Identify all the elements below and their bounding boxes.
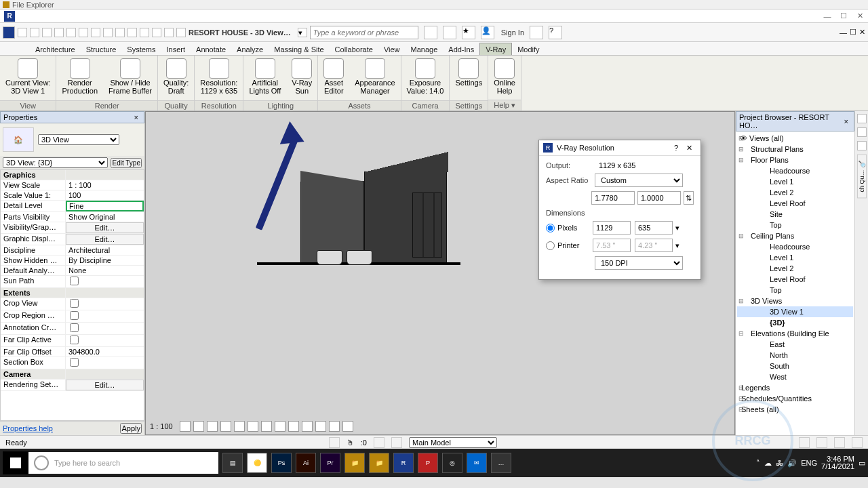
prop-row[interactable]: Show Hidden …By Discipline: [1, 256, 144, 266]
project-browser-close-icon[interactable]: ×: [842, 117, 851, 125]
tab-add-ins[interactable]: Add-Ins: [443, 43, 479, 55]
sign-in-link[interactable]: Sign In: [501, 28, 524, 37]
tree-node[interactable]: Legends: [737, 382, 853, 393]
prop-row[interactable]: Rendering Set…Edit…: [1, 380, 144, 391]
folder2-icon[interactable]: 📁: [369, 453, 389, 473]
comm-center-icon[interactable]: [424, 26, 437, 39]
tab-annotate[interactable]: Annotate: [191, 43, 231, 55]
tree-node[interactable]: Level 2: [737, 187, 853, 198]
photoshop-icon[interactable]: Ps: [271, 453, 292, 473]
doc-dropdown-icon[interactable]: ▾: [298, 28, 307, 37]
prop-row[interactable]: Visibility/Grap…Edit…: [1, 222, 144, 234]
navwheel-icon[interactable]: [342, 421, 353, 432]
qat-open-icon[interactable]: [18, 28, 27, 37]
status-link-icon[interactable]: [834, 437, 845, 448]
tree-root-views[interactable]: 👁 Views (all): [737, 133, 853, 144]
illustrator-icon[interactable]: Ai: [296, 453, 316, 473]
prop-row[interactable]: Crop View: [1, 298, 144, 310]
analytical-icon[interactable]: [315, 421, 326, 432]
prop-row[interactable]: Crop Region …: [1, 310, 144, 323]
status-drag-icon[interactable]: [816, 437, 827, 448]
prop-row[interactable]: DisciplineArchitectural: [1, 245, 144, 256]
tree-node[interactable]: Top: [737, 285, 853, 296]
qat-close-icon[interactable]: [164, 28, 174, 37]
qat-dim-icon[interactable]: [91, 28, 100, 37]
prop-row[interactable]: Default Analy…None: [1, 266, 144, 276]
detaillevel-icon[interactable]: [180, 421, 191, 432]
revit-logo-icon[interactable]: [3, 26, 15, 39]
properties-close-icon[interactable]: ×: [132, 113, 141, 121]
qat-save-icon[interactable]: [30, 28, 39, 37]
favorite-icon[interactable]: ★: [462, 26, 475, 39]
ribbon-restore-icon[interactable]: ☐: [850, 28, 856, 37]
keyword-search-input[interactable]: [310, 26, 418, 39]
qat-3d-icon[interactable]: [127, 28, 137, 37]
prop-row[interactable]: Parts VisibilityShow Original: [1, 212, 144, 222]
ribbon-tool-quality-draft[interactable]: Quality:Draft: [158, 56, 194, 100]
ribbon-tool-artificiallights-off[interactable]: ArtificialLights Off: [243, 56, 286, 100]
ribbon-close-icon[interactable]: ✕: [859, 28, 865, 37]
qat-redo-icon[interactable]: [54, 28, 64, 37]
minimize-icon[interactable]: —: [819, 11, 835, 22]
pixels-width-input[interactable]: [593, 221, 631, 235]
aspect-a-input[interactable]: [591, 191, 635, 205]
taskbar-search[interactable]: Type here to search: [28, 452, 218, 474]
tab-collaborate[interactable]: Collaborate: [330, 43, 378, 55]
prop-row[interactable]: View Scale1 : 100: [1, 180, 144, 190]
ribbon-tool-show-hideframe-buffer[interactable]: Show / HideFrame Buffer: [103, 56, 157, 100]
tree-node[interactable]: Structural Plans: [737, 144, 853, 155]
status-filter-icon[interactable]: [799, 437, 810, 448]
tab-massing-site[interactable]: Massing & Site: [269, 43, 329, 55]
aspect-ratio-dropdown[interactable]: Custom: [595, 174, 683, 187]
more-icon[interactable]: …: [491, 453, 511, 473]
status-edit-icon[interactable]: [391, 437, 402, 448]
ribbon-tool-v-raysun[interactable]: V-RaySun: [286, 56, 317, 100]
pixels-height-input[interactable]: [635, 221, 673, 235]
visualstyle-icon[interactable]: [193, 421, 204, 432]
tab-v-ray[interactable]: V-Ray: [479, 43, 512, 55]
revit-icon[interactable]: R: [393, 453, 414, 473]
tree-node[interactable]: {3D}: [737, 317, 853, 328]
highlight-icon[interactable]: [329, 421, 340, 432]
tray-net-icon[interactable]: 🖧: [776, 459, 783, 467]
ribbon-tool-current-view-d-view-[interactable]: Current View:3D View 1: [0, 56, 56, 100]
premiere-icon[interactable]: Pr: [320, 453, 340, 473]
prop-row[interactable]: Detail LevelFine: [1, 201, 144, 212]
ribbon-tool-resolution-x-[interactable]: Resolution:1129 x 635: [195, 56, 243, 100]
app-store-icon[interactable]: [443, 26, 456, 39]
tab-architecture[interactable]: Architecture: [30, 43, 81, 55]
view-scale-label[interactable]: 1 : 100: [150, 422, 173, 430]
qat-section-icon[interactable]: [140, 28, 149, 37]
dialog-titlebar[interactable]: R V-Ray Resolution ? ✕: [539, 140, 701, 156]
side-home-icon[interactable]: [857, 114, 867, 123]
instance-dropdown[interactable]: 3D View: {3D}: [3, 157, 108, 168]
project-tree[interactable]: 👁 Views (all) Structural PlansFloor Plan…: [736, 131, 854, 435]
reveal-icon[interactable]: [302, 421, 313, 432]
side-nav-icon[interactable]: [857, 141, 867, 150]
qat-undo-icon[interactable]: [42, 28, 52, 37]
tab-view[interactable]: View: [378, 43, 406, 55]
temp-hide-icon[interactable]: [288, 421, 299, 432]
maximize-icon[interactable]: ☐: [835, 11, 852, 22]
tab-structure[interactable]: Structure: [81, 43, 122, 55]
tree-node[interactable]: Headcourse: [737, 241, 853, 252]
tree-node[interactable]: Site: [737, 209, 853, 220]
tree-node[interactable]: West: [737, 371, 853, 382]
app-icon[interactable]: R: [4, 11, 15, 22]
tree-node[interactable]: Elevations (Building Ele: [737, 328, 853, 339]
ribbon-tool-exposurevalue-[interactable]: ExposureValue: 14.0: [401, 56, 450, 100]
qat-tag-icon[interactable]: [103, 28, 113, 37]
type-dropdown[interactable]: 3D View: [38, 134, 119, 145]
tab-insert[interactable]: Insert: [161, 43, 191, 55]
prop-row[interactable]: Far Clip Offset304800.0: [1, 347, 144, 357]
crop-icon[interactable]: [248, 421, 258, 432]
tree-node[interactable]: Level 1: [737, 252, 853, 263]
printer-width-input[interactable]: [593, 239, 631, 252]
tab-manage[interactable]: Manage: [406, 43, 443, 55]
qat-switch-icon[interactable]: [176, 28, 186, 37]
mail-icon[interactable]: ✉: [467, 453, 487, 473]
close-icon[interactable]: ✕: [852, 11, 868, 22]
dialog-help-icon[interactable]: ?: [670, 144, 682, 152]
start-button[interactable]: [3, 451, 28, 474]
tray-clock[interactable]: 3:46 PM 7/14/2021: [821, 455, 854, 470]
